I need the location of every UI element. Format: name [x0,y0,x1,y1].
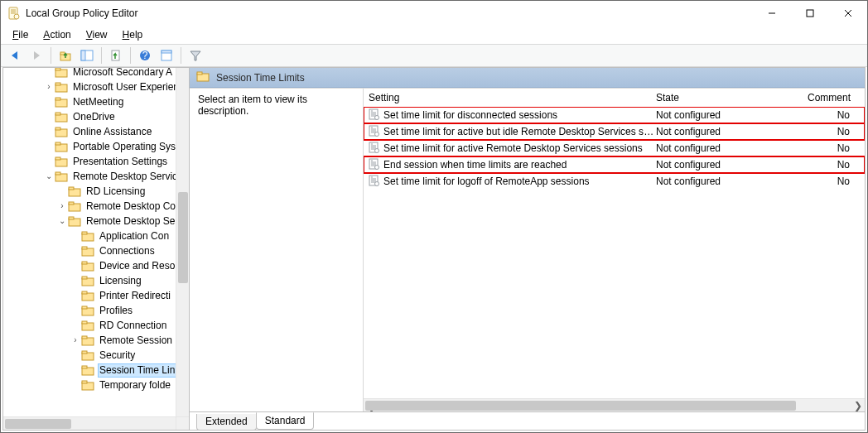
title-bar: Local Group Policy Editor [1,1,867,26]
close-button[interactable] [829,1,867,26]
tree-item[interactable]: Profiles [3,303,189,318]
setting-row[interactable]: End session when time limits are reached… [364,156,865,173]
help-button[interactable]: ? [136,46,154,65]
right-panel-header: Session Time Limits [190,68,865,88]
up-button[interactable] [56,46,75,65]
filter-button[interactable] [186,46,205,65]
setting-name: Set time limit for logoff of RemoteApp s… [383,176,590,187]
svg-point-90 [375,165,379,169]
policy-icon [369,175,380,189]
minimize-button[interactable] [753,1,791,26]
chevron-down-icon[interactable]: ⌄ [56,217,68,225]
setting-row[interactable]: Set time limit for disconnected sessions… [364,107,865,123]
tree-item[interactable]: Security [3,348,189,363]
maximize-button[interactable] [791,1,829,26]
column-setting[interactable]: Setting [369,89,656,107]
properties-button[interactable] [157,46,176,65]
policy-icon [369,108,380,123]
tree-item-label: Remote Desktop Service [73,171,183,182]
svg-point-78 [375,132,379,136]
tree-item-label: Licensing [99,275,142,286]
tree-item[interactable]: ⌄Remote Desktop Se [3,214,189,229]
folder-icon [68,185,81,198]
forward-button[interactable] [27,46,46,65]
column-comment[interactable]: Comment [807,89,865,107]
setting-name: Set time limit for active but idle Remot… [383,126,656,137]
tree-item-label: Profiles [99,305,133,316]
tree-item[interactable]: Temporary folde [3,378,189,392]
setting-row[interactable]: Set time limit for active but idle Remot… [364,123,865,140]
svg-rect-26 [55,98,60,100]
folder-icon [55,110,68,123]
setting-row[interactable]: Set time limit for logoff of RemoteApp s… [364,173,865,190]
chevron-down-icon[interactable]: ⌄ [43,172,55,180]
tree-item[interactable]: Printer Redirecti [3,288,189,303]
tree-item-label: NetMeeting [73,96,123,108]
menu-action[interactable]: Action [36,27,77,42]
tree-item-label: Security [99,349,135,361]
menu-view[interactable]: View [80,27,114,42]
policy-icon [369,142,380,156]
folder-icon [196,70,210,85]
tree-item[interactable]: Application Con [3,229,189,243]
scroll-right-icon[interactable]: ❯ [851,399,865,412]
chevron-right-icon[interactable]: › [43,83,55,91]
settings-horizontal-scrollbar[interactable]: ❮ ❯ [364,398,865,411]
scroll-thumb[interactable] [178,192,188,283]
tab-standard[interactable]: Standard [256,412,315,430]
tree-item[interactable]: Device and Reso [3,258,189,273]
folder-icon [55,125,68,138]
tree-item[interactable]: RD Licensing [3,184,189,199]
folder-icon [68,200,81,213]
description-pane: Select an item to view its description. [190,89,364,411]
chevron-right-icon[interactable]: › [56,202,68,210]
chevron-right-icon[interactable]: › [70,336,81,344]
tree-item[interactable]: Online Assistance [3,124,189,139]
tree-item[interactable]: Connections [3,243,189,258]
tree-item[interactable]: Microsoft Secondary A [3,68,189,79]
setting-comment: No [807,109,865,121]
tree-item[interactable]: Presentation Settings [3,154,189,169]
tree-item[interactable]: OneDrive [3,109,189,124]
scroll-thumb[interactable] [5,419,71,429]
export-button[interactable] [107,46,125,65]
setting-comment: No [807,126,865,137]
tree-item[interactable]: ›Remote Session [3,333,189,348]
scroll-thumb[interactable] [365,401,796,411]
policy-icon [369,158,380,172]
svg-rect-44 [82,232,87,234]
tree-item-label: Temporary folde [99,379,171,391]
column-headers: Setting State Comment [364,89,865,107]
svg-rect-48 [82,262,87,264]
svg-rect-40 [69,202,74,204]
tree-item[interactable]: Portable Operating Sys [3,139,189,154]
tree-item[interactable]: Licensing [3,273,189,288]
tree-item[interactable]: NetMeeting [3,94,189,109]
menu-help[interactable]: Help [116,27,150,42]
tree-item-label: Application Con [99,230,169,242]
tree-item-label: Microsoft Secondary A [73,68,172,78]
right-panel-title: Session Time Limits [216,72,305,84]
svg-point-72 [375,115,379,119]
menu-file[interactable]: File [6,27,35,42]
svg-marker-9 [12,51,17,60]
svg-rect-60 [82,351,87,354]
folder-icon [81,274,94,287]
tree-item[interactable]: RD Connection [3,318,189,333]
folder-icon [55,95,68,108]
column-state[interactable]: State [656,89,807,107]
app-icon [7,7,21,20]
tree-item[interactable]: ⌄Remote Desktop Service [3,169,189,184]
show-hide-tree-button[interactable] [78,46,96,65]
setting-state: Not configured [656,109,807,121]
back-button[interactable] [6,46,24,65]
gpedit-window: Local Group Policy Editor File Action Vi… [0,0,868,433]
tree[interactable]: Microsoft Secondary A›Microsoft User Exp… [3,68,189,392]
tab-extended[interactable]: Extended [196,414,257,431]
tree-vertical-scrollbar[interactable] [176,68,189,416]
tree-item[interactable]: ›Microsoft User Experien [3,79,189,94]
tree-horizontal-scrollbar[interactable] [3,416,176,430]
setting-row[interactable]: Set time limit for active Remote Desktop… [364,140,865,156]
tree-item[interactable]: Session Time Lin [3,363,189,378]
tree-item[interactable]: ›Remote Desktop Co [3,199,189,214]
